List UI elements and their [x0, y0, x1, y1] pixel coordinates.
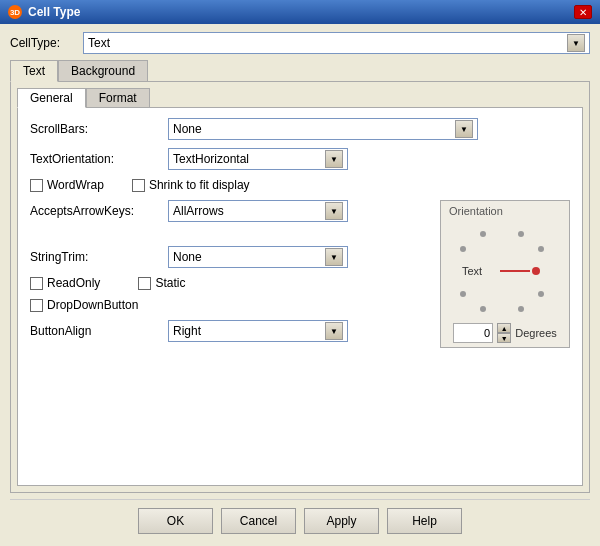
static-checkbox-row: Static: [138, 276, 185, 290]
shrink-checkbox-row: Shrink to fit display: [132, 178, 250, 192]
static-checkbox[interactable]: [138, 277, 151, 290]
dial-dot-1: [480, 231, 486, 237]
dial-dot-5: [460, 291, 466, 297]
dropdown-checkbox[interactable]: [30, 299, 43, 312]
stringtrim-arrow: ▼: [325, 248, 343, 266]
stringtrim-label: StringTrim:: [30, 250, 160, 264]
orientation-box: Orientation Text: [440, 200, 570, 348]
readonly-checkbox-row: ReadOnly: [30, 276, 100, 290]
scrollbars-label: ScrollBars:: [30, 122, 160, 136]
orient-pointer: [500, 267, 540, 275]
dial-dot-3: [460, 246, 466, 252]
scrollbars-select[interactable]: None ▼: [168, 118, 478, 140]
tab-background[interactable]: Background: [58, 60, 148, 82]
spin-down-button[interactable]: ▼: [497, 333, 511, 343]
button-align-arrow: ▼: [325, 322, 343, 340]
wordwrap-checkbox-row: WordWrap: [30, 178, 104, 192]
tab-format[interactable]: Format: [86, 88, 150, 108]
accepts-arrowkeys-label: AcceptsArrowKeys:: [30, 204, 160, 218]
main-panel: General Format ScrollBars: None ▼ TextOr…: [10, 81, 590, 493]
cell-type-dropdown-arrow: ▼: [567, 34, 585, 52]
accepts-arrowkeys-select[interactable]: AllArrows ▼: [168, 200, 348, 222]
dropdown-button-row: DropDownButton: [30, 298, 432, 312]
cell-type-row: CellType: Text ▼: [10, 32, 590, 54]
pointer-dot: [532, 267, 540, 275]
stringtrim-select[interactable]: None ▼: [168, 246, 348, 268]
title-bar: 3D Cell Type ✕: [0, 0, 600, 24]
shrink-checkbox[interactable]: [132, 179, 145, 192]
wordwrap-row: WordWrap Shrink to fit display: [30, 178, 570, 192]
degrees-row: ▲ ▼ Degrees: [453, 323, 557, 343]
degrees-input[interactable]: [453, 323, 493, 343]
accepts-arrowkeys-value: AllArrows: [173, 204, 325, 218]
readonly-checkbox[interactable]: [30, 277, 43, 290]
accepts-arrowkeys-row: AcceptsArrowKeys: AllArrows ▼: [30, 200, 432, 222]
dial-dot-7: [480, 306, 486, 312]
inner-tabs: General Format: [17, 88, 583, 108]
orientation-title: Orientation: [449, 205, 503, 217]
scrollbars-value: None: [173, 122, 455, 136]
wordwrap-label: WordWrap: [47, 178, 104, 192]
dial-dot-8: [518, 306, 524, 312]
outer-tabs: Text Background: [10, 60, 590, 82]
bottom-buttons: OK Cancel Apply Help: [10, 499, 590, 538]
apply-button[interactable]: Apply: [304, 508, 379, 534]
degrees-label: Degrees: [515, 327, 557, 339]
stringtrim-row: StringTrim: None ▼: [30, 246, 432, 268]
cell-type-label: CellType:: [10, 36, 75, 50]
tab-text[interactable]: Text: [10, 60, 58, 82]
orient-line: [500, 270, 530, 272]
inner-panel: ScrollBars: None ▼ TextOrientation: Text…: [17, 107, 583, 486]
orientation-text-label: Text: [462, 265, 482, 277]
spin-buttons: ▲ ▼: [497, 323, 511, 343]
close-button[interactable]: ✕: [574, 5, 592, 19]
readonly-static-row: ReadOnly Static: [30, 276, 432, 290]
spin-up-button[interactable]: ▲: [497, 323, 511, 333]
orientation-dial: Text: [450, 221, 560, 321]
left-col: AcceptsArrowKeys: AllArrows ▼ StringTrim…: [30, 200, 432, 342]
dialog-body: CellType: Text ▼ Text Background General…: [0, 24, 600, 546]
button-align-label: ButtonAlign: [30, 324, 160, 338]
text-orientation-select[interactable]: TextHorizontal ▼: [168, 148, 348, 170]
readonly-label: ReadOnly: [47, 276, 100, 290]
button-align-value: Right: [173, 324, 325, 338]
dial-dot-2: [518, 231, 524, 237]
dialog-title: Cell Type: [28, 5, 80, 19]
help-button[interactable]: Help: [387, 508, 462, 534]
dial-dot-6: [538, 291, 544, 297]
accepts-arrowkeys-arrow: ▼: [325, 202, 343, 220]
scrollbars-row: ScrollBars: None ▼: [30, 118, 570, 140]
app-icon: 3D: [8, 5, 22, 19]
cell-type-value: Text: [88, 36, 567, 50]
dropdown-checkbox-row: DropDownButton: [30, 298, 138, 312]
text-orientation-label: TextOrientation:: [30, 152, 160, 166]
accepts-orientation-row: AcceptsArrowKeys: AllArrows ▼ StringTrim…: [30, 200, 570, 348]
ok-button[interactable]: OK: [138, 508, 213, 534]
static-label: Static: [155, 276, 185, 290]
dropdown-label: DropDownButton: [47, 298, 138, 312]
text-orientation-arrow: ▼: [325, 150, 343, 168]
wordwrap-checkbox[interactable]: [30, 179, 43, 192]
scrollbars-arrow: ▼: [455, 120, 473, 138]
button-align-row: ButtonAlign Right ▼: [30, 320, 432, 342]
text-orientation-value: TextHorizontal: [173, 152, 325, 166]
text-orientation-row: TextOrientation: TextHorizontal ▼: [30, 148, 570, 170]
cell-type-select[interactable]: Text ▼: [83, 32, 590, 54]
shrink-label: Shrink to fit display: [149, 178, 250, 192]
stringtrim-value: None: [173, 250, 325, 264]
button-align-select[interactable]: Right ▼: [168, 320, 348, 342]
tab-general[interactable]: General: [17, 88, 86, 108]
dial-dot-4: [538, 246, 544, 252]
cancel-button[interactable]: Cancel: [221, 508, 296, 534]
